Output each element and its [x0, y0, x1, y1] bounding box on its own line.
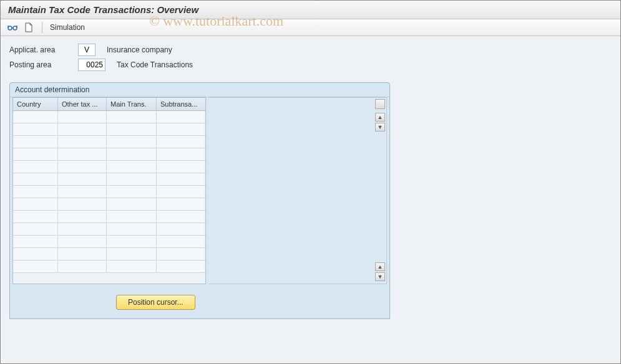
scroll-corner: [375, 99, 385, 109]
grid-empty-area: ▲ ▼ ▲ ▼: [208, 97, 387, 284]
table-cell[interactable]: [157, 261, 204, 272]
table-row[interactable]: [13, 173, 205, 186]
scroll-down2-icon[interactable]: ▼: [375, 272, 385, 281]
svg-point-1: [13, 26, 17, 30]
applicat-area-desc: Insurance company: [107, 46, 172, 54]
posting-area-input[interactable]: [78, 59, 105, 71]
table-cell[interactable]: [157, 161, 204, 173]
table-cell[interactable]: [13, 198, 58, 210]
table-cell[interactable]: [58, 236, 107, 247]
posting-area-label: Posting area: [9, 60, 78, 69]
table-cell[interactable]: [13, 236, 58, 247]
table-cell[interactable]: [13, 111, 58, 123]
panel-body: Country Other tax ... Main Trans. Subtra…: [10, 97, 389, 284]
table-cell[interactable]: [58, 148, 107, 160]
table-cell[interactable]: [58, 161, 107, 173]
table-row[interactable]: [13, 161, 205, 173]
table-cell[interactable]: [58, 136, 107, 148]
table-cell[interactable]: [13, 161, 58, 173]
svg-point-0: [8, 26, 12, 30]
table-cell[interactable]: [13, 136, 58, 148]
table-cell[interactable]: [58, 186, 107, 198]
panel-title: Account determination: [10, 83, 389, 97]
table-cell[interactable]: [157, 136, 204, 148]
title-text: Maintain Tax Code Transactions: Overview: [8, 4, 198, 15]
applicat-area-input[interactable]: [78, 44, 95, 56]
table-cell[interactable]: [107, 198, 157, 210]
col-subtrans[interactable]: Subtransa...: [157, 98, 204, 110]
col-country[interactable]: Country: [13, 98, 58, 110]
table-cell[interactable]: [13, 173, 58, 185]
table-cell[interactable]: [107, 223, 157, 235]
table-cell[interactable]: [107, 236, 157, 247]
table-row[interactable]: [13, 111, 205, 123]
table-row[interactable]: [13, 211, 205, 223]
button-bar: Position cursor...: [116, 295, 195, 310]
table-cell[interactable]: [157, 236, 204, 247]
table-cell[interactable]: [107, 161, 157, 173]
document-icon[interactable]: [23, 22, 34, 33]
col-main-trans[interactable]: Main Trans.: [107, 98, 157, 110]
table-cell[interactable]: [58, 223, 107, 235]
table-cell[interactable]: [157, 223, 204, 235]
grid-header: Country Other tax ... Main Trans. Subtra…: [13, 98, 205, 111]
table-cell[interactable]: [157, 148, 204, 160]
table-row[interactable]: [13, 248, 205, 261]
table-cell[interactable]: [58, 173, 107, 185]
field-row-posting-area: Posting area Tax Code Transactions: [9, 59, 612, 71]
table-cell[interactable]: [157, 111, 204, 123]
table-cell[interactable]: [157, 186, 204, 198]
applicat-area-label: Applicat. area: [9, 46, 78, 54]
table-cell[interactable]: [58, 111, 107, 123]
position-cursor-button[interactable]: Position cursor...: [116, 295, 195, 310]
scroll-up-icon[interactable]: ▲: [375, 113, 385, 122]
grid-rows: [13, 111, 205, 273]
table-cell[interactable]: [13, 248, 58, 260]
table-cell[interactable]: [13, 211, 58, 223]
table-cell[interactable]: [107, 248, 157, 260]
table-cell[interactable]: [58, 211, 107, 223]
table-cell[interactable]: [157, 123, 204, 135]
table-cell[interactable]: [58, 198, 107, 210]
toolbar: Simulation: [1, 19, 620, 36]
table-cell[interactable]: [157, 198, 204, 210]
table-cell[interactable]: [13, 223, 58, 235]
table-cell[interactable]: [13, 186, 58, 198]
table-cell[interactable]: [58, 248, 107, 260]
table-row[interactable]: [13, 198, 205, 211]
table-row[interactable]: [13, 236, 205, 248]
table-cell[interactable]: [107, 173, 157, 185]
table-cell[interactable]: [157, 173, 204, 185]
window-title: Maintain Tax Code Transactions: Overview: [1, 1, 620, 19]
table-cell[interactable]: [13, 148, 58, 160]
table-cell[interactable]: [58, 123, 107, 135]
toolbar-separator: [42, 22, 42, 33]
account-determination-panel: Account determination Country Other tax …: [9, 82, 390, 319]
table-cell[interactable]: [107, 186, 157, 198]
table-cell[interactable]: [107, 148, 157, 160]
field-row-applicat-area: Applicat. area Insurance company: [9, 44, 612, 56]
table-row[interactable]: [13, 148, 205, 161]
table-row[interactable]: [13, 123, 205, 136]
posting-area-desc: Tax Code Transactions: [117, 60, 193, 69]
scroll-down-icon[interactable]: ▼: [375, 123, 385, 132]
table-row[interactable]: [13, 136, 205, 148]
table-cell[interactable]: [107, 211, 157, 223]
table-cell[interactable]: [157, 248, 204, 260]
table-cell[interactable]: [107, 136, 157, 148]
table-cell[interactable]: [58, 261, 107, 272]
simulation-button[interactable]: Simulation: [50, 23, 85, 32]
table-cell[interactable]: [107, 111, 157, 123]
col-other-tax[interactable]: Other tax ...: [58, 98, 107, 110]
table-row[interactable]: [13, 261, 205, 273]
scroll-up2-icon[interactable]: ▲: [375, 262, 385, 271]
table-cell[interactable]: [157, 211, 204, 223]
table-row[interactable]: [13, 223, 205, 236]
table-cell[interactable]: [13, 261, 58, 272]
table-cell[interactable]: [107, 261, 157, 272]
grid: Country Other tax ... Main Trans. Subtra…: [12, 97, 206, 284]
table-cell[interactable]: [107, 123, 157, 135]
table-cell[interactable]: [13, 123, 58, 135]
glasses-icon[interactable]: [7, 22, 18, 33]
table-row[interactable]: [13, 186, 205, 198]
